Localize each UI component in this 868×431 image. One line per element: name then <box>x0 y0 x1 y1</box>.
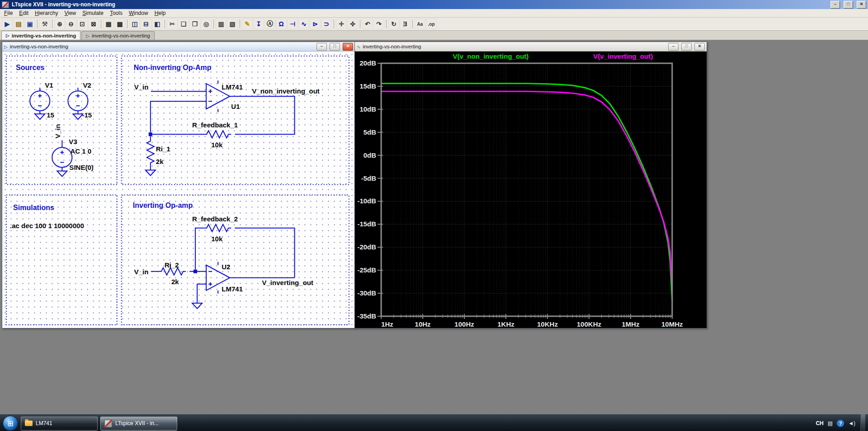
v1-value-label[interactable]: 15 <box>47 111 54 119</box>
start-button[interactable]: ⊞ <box>3 416 18 431</box>
ri2-name-label[interactable]: Ri_2 <box>165 261 179 269</box>
save-icon[interactable]: ▣ <box>24 19 35 29</box>
rotate-icon[interactable]: ↻ <box>388 19 399 29</box>
schematic-close-button[interactable]: ✕ <box>343 43 353 51</box>
menu-file[interactable]: File <box>1 9 16 17</box>
paste-icon[interactable]: ❐ <box>189 19 200 29</box>
plot-window[interactable]: ∿ inverting-vs-non-inverting – □ ✕ V(v_n… <box>354 42 707 328</box>
run-icon[interactable]: ▶ <box>2 19 13 29</box>
schematic-maximize-button[interactable]: □ <box>330 43 340 51</box>
component-icon[interactable]: ⊃ <box>321 19 332 29</box>
legend-trace-1[interactable]: V(v_non_inverting_out) <box>453 52 529 60</box>
schematic-svg[interactable]: Sources Non-inverting Op-Amp Simulations… <box>2 52 355 328</box>
copy-icon[interactable]: ❏ <box>178 19 189 29</box>
menu-window[interactable]: Window <box>126 9 151 17</box>
v2-name-label[interactable]: V2 <box>83 81 91 89</box>
control-panel-icon[interactable]: ⚒ <box>39 19 50 29</box>
u1-ref-label[interactable]: U1 <box>231 103 240 110</box>
menu-hierarchy[interactable]: Hierarchy <box>32 9 61 17</box>
resistor-ri-1[interactable] <box>147 138 154 165</box>
zoom-out-icon[interactable]: ⊖ <box>66 19 76 29</box>
keyboard-icon[interactable]: ▤ <box>828 420 833 426</box>
app-minimize-button[interactable]: – <box>830 1 840 9</box>
grid-icon[interactable]: ▦ <box>103 19 114 29</box>
v1-name-label[interactable]: V1 <box>45 81 53 89</box>
inductor-icon[interactable]: ∿ <box>298 19 309 29</box>
ri1-name-label[interactable]: Ri_1 <box>156 145 170 153</box>
net-label-icon[interactable]: Ⓐ <box>264 19 275 29</box>
tile-horizontal-icon[interactable]: ⊟ <box>141 19 151 29</box>
u2-input-net-label[interactable]: V_in <box>134 268 149 276</box>
app-maximize-button[interactable]: □ <box>844 1 853 9</box>
menu-simulate[interactable]: Simulate <box>79 9 107 17</box>
ri1-value-label[interactable]: 2k <box>156 158 164 165</box>
rf1-value-label[interactable]: 10k <box>211 141 223 149</box>
tile-vertical-icon[interactable]: ◫ <box>129 19 140 29</box>
resistor-r-feedback-1[interactable] <box>204 131 231 138</box>
plot-close-button[interactable]: ✕ <box>694 43 705 51</box>
cut-icon[interactable]: ✂ <box>167 19 178 29</box>
app-close-button[interactable]: ✕ <box>857 1 866 9</box>
u2-output-net-label[interactable]: V_inverting_out <box>262 279 313 286</box>
draw-wire-icon[interactable]: ✎ <box>242 19 253 29</box>
schematic-window[interactable]: ▷ inverting-vs-non-inverting – □ ✕ <box>2 42 355 328</box>
schematic-window-titlebar[interactable]: ▷ inverting-vs-non-inverting – □ ✕ <box>2 42 355 52</box>
resistor-r-feedback-2[interactable] <box>204 225 231 232</box>
menu-tools[interactable]: Tools <box>107 9 126 17</box>
u1-model-label[interactable]: LM741 <box>222 83 243 91</box>
schematic-canvas[interactable]: Sources Non-inverting Op-Amp Simulations… <box>2 52 355 328</box>
zoom-in-icon[interactable]: ⊕ <box>54 19 65 29</box>
snap-icon[interactable]: ▩ <box>114 19 125 29</box>
v3-sine-label[interactable]: SINE(0) <box>69 164 93 171</box>
plot-svg[interactable]: V(v_non_inverting_out)V(v_inverting_out)… <box>355 52 707 328</box>
schematic-minimize-button[interactable]: – <box>316 43 327 51</box>
u2-model-label[interactable]: LM741 <box>222 285 243 293</box>
waveform-pane[interactable]: V(v_non_inverting_out)V(v_inverting_out)… <box>355 52 707 328</box>
v3-name-label[interactable]: V3 <box>69 138 77 145</box>
zoom-area-icon[interactable]: ⊡ <box>77 19 88 29</box>
diode-icon[interactable]: ⊳ <box>310 19 321 29</box>
menu-edit[interactable]: Edit <box>16 9 32 17</box>
plot-maximize-button[interactable]: □ <box>681 43 692 51</box>
rf2-value-label[interactable]: 10k <box>211 235 223 243</box>
rf2-name-label[interactable]: R_feedback_2 <box>192 215 238 223</box>
move-icon[interactable]: ✛ <box>336 19 347 29</box>
mirror-icon[interactable]: Ǝ <box>400 19 410 29</box>
plot-minimize-button[interactable]: – <box>668 43 679 51</box>
print-preview-icon[interactable]: ▧ <box>227 19 238 29</box>
undo-icon[interactable]: ↶ <box>362 19 373 29</box>
redo-icon[interactable]: ↷ <box>373 19 384 29</box>
opamp-u1[interactable] <box>151 80 230 112</box>
v3-net-label[interactable]: V_in <box>54 124 61 139</box>
u2-ref-label[interactable]: U2 <box>222 263 230 271</box>
language-indicator[interactable]: CH <box>816 420 823 426</box>
v2-value-label[interactable]: -15 <box>82 111 92 119</box>
taskbar-item-lm741-folder[interactable]: LM741 <box>21 417 98 431</box>
volume-icon[interactable]: ◄) <box>848 420 855 426</box>
ri2-value-label[interactable]: 2k <box>171 278 179 286</box>
cascade-icon[interactable]: ◧ <box>152 19 163 29</box>
v3-value-label[interactable]: AC 1 0 <box>70 147 91 155</box>
spice-directive-text[interactable]: .ac dec 100 1 10000000 <box>10 222 84 230</box>
legend-trace-2[interactable]: V(v_inverting_out) <box>593 52 653 60</box>
help-icon[interactable]: ? <box>837 420 844 427</box>
open-icon[interactable]: ▤ <box>13 19 24 29</box>
print-icon[interactable]: ▥ <box>216 19 226 29</box>
text-icon[interactable]: Aa <box>415 19 425 29</box>
resistor-ri-2[interactable] <box>159 268 186 275</box>
tab-2[interactable]: ▷inverting-vs-non-inverting <box>81 31 155 40</box>
resistor-icon[interactable]: Ω <box>276 19 287 29</box>
menu-help[interactable]: Help <box>151 9 169 17</box>
u1-output-net-label[interactable]: V_non_inverting_out <box>252 87 319 95</box>
spice-directive-icon[interactable]: .op <box>426 19 437 29</box>
taskbar-item-ltspice[interactable]: LTspice XVII - in... <box>100 417 177 431</box>
u1-input-net-label[interactable]: V_in <box>134 83 149 91</box>
zoom-full-icon[interactable]: ⊠ <box>88 19 99 29</box>
capacitor-icon[interactable]: ⊣ <box>287 19 298 29</box>
find-icon[interactable]: ◎ <box>201 19 212 29</box>
show-desktop-button[interactable] <box>860 414 865 431</box>
drag-icon[interactable]: ✜ <box>347 19 358 29</box>
ground-icon[interactable]: ↧ <box>253 19 264 29</box>
plot-window-titlebar[interactable]: ∿ inverting-vs-non-inverting – □ ✕ <box>355 42 707 52</box>
app-titlebar[interactable]: LTspice XVII - inverting-vs-non-invertin… <box>0 0 868 9</box>
